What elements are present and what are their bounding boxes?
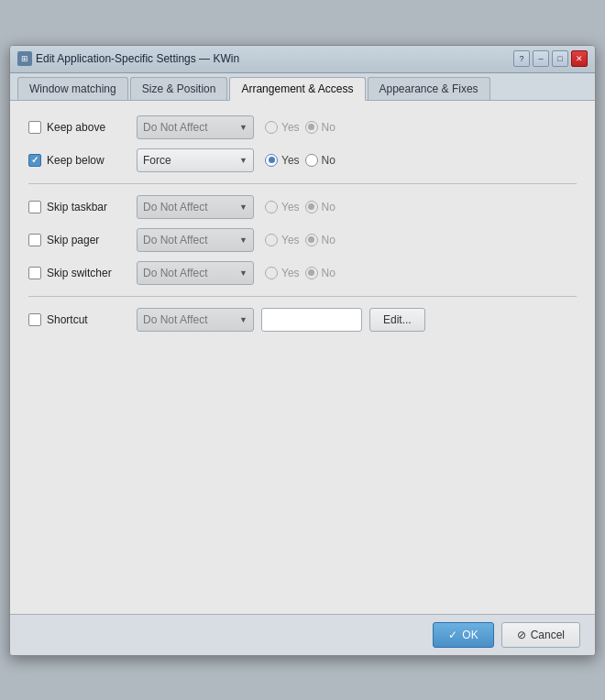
keep-above-label-group: Keep above [28, 121, 129, 134]
skip-switcher-row: Skip switcher Do Not Affect ▼ Yes No [28, 261, 577, 285]
skip-taskbar-dropdown[interactable]: Do Not Affect ▼ [137, 195, 254, 219]
skip-switcher-no-label: No [322, 267, 336, 279]
skip-pager-radio-group: Yes No [265, 234, 336, 246]
maximize-button[interactable]: □ [552, 50, 568, 67]
keep-above-dropdown[interactable]: Do Not Affect ▼ [137, 115, 254, 139]
keep-above-no-radio[interactable] [305, 121, 318, 134]
tab-window-matching[interactable]: Window matching [17, 77, 128, 100]
keep-above-yes-label: Yes [281, 121, 300, 134]
skip-pager-yes-radio[interactable] [265, 234, 278, 246]
skip-switcher-label: Skip switcher [47, 267, 112, 279]
keep-below-radio-group: Yes No [265, 154, 336, 167]
skip-switcher-label-group: Skip switcher [28, 267, 129, 279]
skip-switcher-dropdown-value: Do Not Affect [143, 267, 207, 279]
close-button[interactable]: ✕ [571, 50, 588, 67]
shortcut-label: Shortcut [47, 313, 88, 326]
cancel-label: Cancel [531, 629, 565, 641]
skip-pager-label: Skip pager [47, 234, 99, 246]
skip-switcher-dropdown[interactable]: Do Not Affect ▼ [137, 261, 254, 285]
skip-taskbar-yes-item[interactable]: Yes [265, 201, 300, 213]
skip-switcher-dropdown-arrow: ▼ [239, 268, 248, 278]
keep-below-no-label: No [322, 154, 336, 167]
keep-above-radio-group: Yes No [265, 121, 336, 134]
skip-taskbar-label: Skip taskbar [47, 201, 107, 213]
keep-above-dropdown-value: Do Not Affect [143, 121, 207, 134]
keep-above-no-label: No [322, 121, 336, 134]
tab-arrangement-access[interactable]: Arrangement & Access [229, 77, 365, 101]
skip-pager-dropdown-value: Do Not Affect [143, 234, 207, 246]
skip-pager-no-item[interactable]: No [305, 234, 336, 246]
keep-below-dropdown-arrow: ▼ [239, 156, 248, 165]
keep-below-label-group: Keep below [28, 154, 129, 167]
titlebar: ⊞ Edit Application-Specific Settings — K… [10, 46, 595, 73]
keep-above-yes-item[interactable]: Yes [265, 121, 300, 134]
skip-switcher-yes-radio[interactable] [265, 267, 278, 279]
skip-switcher-radio-group: Yes No [265, 267, 336, 279]
skip-switcher-yes-item[interactable]: Yes [265, 267, 300, 279]
skip-pager-yes-label: Yes [281, 234, 300, 246]
keep-below-label: Keep below [47, 154, 104, 167]
skip-pager-row: Skip pager Do Not Affect ▼ Yes No [28, 228, 577, 252]
shortcut-checkbox[interactable] [28, 313, 41, 326]
skip-taskbar-no-item[interactable]: No [305, 201, 336, 213]
keep-above-checkbox[interactable] [28, 121, 41, 134]
keep-above-yes-radio[interactable] [265, 121, 278, 134]
cancel-button[interactable]: ⊘ Cancel [501, 622, 580, 648]
skip-taskbar-label-group: Skip taskbar [28, 201, 129, 213]
keep-below-yes-label: Yes [281, 154, 300, 167]
skip-pager-no-label: No [322, 234, 336, 246]
skip-pager-checkbox[interactable] [28, 234, 41, 246]
footer: ✓ OK ⊘ Cancel [10, 614, 595, 655]
skip-pager-yes-item[interactable]: Yes [265, 234, 300, 246]
ok-button[interactable]: ✓ OK [433, 622, 493, 648]
shortcut-label-group: Shortcut [28, 313, 129, 326]
skip-taskbar-yes-label: Yes [281, 201, 300, 213]
skip-taskbar-checkbox[interactable] [28, 201, 41, 213]
titlebar-left: ⊞ Edit Application-Specific Settings — K… [17, 51, 239, 66]
keep-above-row: Keep above Do Not Affect ▼ Yes No [28, 115, 577, 139]
ok-label: OK [462, 629, 478, 641]
skip-taskbar-radio-group: Yes No [265, 201, 336, 213]
skip-pager-dropdown[interactable]: Do Not Affect ▼ [137, 228, 254, 252]
skip-taskbar-row: Skip taskbar Do Not Affect ▼ Yes No [28, 195, 577, 219]
keep-below-no-radio[interactable] [305, 154, 318, 167]
skip-pager-label-group: Skip pager [28, 234, 129, 246]
keep-below-row: Keep below Force ▼ Yes No [28, 148, 577, 172]
titlebar-controls: ? – □ ✕ [513, 50, 588, 67]
edit-button[interactable]: Edit... [369, 308, 425, 332]
minimize-button[interactable]: – [533, 50, 549, 67]
tab-size-position[interactable]: Size & Position [130, 77, 228, 100]
keep-below-dropdown[interactable]: Force ▼ [137, 148, 254, 172]
keep-below-checkbox[interactable] [28, 154, 41, 167]
keep-above-no-item[interactable]: No [305, 121, 336, 134]
shortcut-input[interactable] [261, 308, 362, 332]
ok-checkmark-icon: ✓ [448, 629, 457, 641]
tab-bar: Window matching Size & Position Arrangem… [10, 73, 595, 101]
shortcut-row: Shortcut Do Not Affect ▼ Edit... [28, 308, 577, 332]
shortcut-dropdown-arrow: ▼ [239, 315, 248, 324]
skip-taskbar-yes-radio[interactable] [265, 201, 278, 213]
skip-pager-dropdown-arrow: ▼ [239, 235, 248, 245]
keep-above-label: Keep above [47, 121, 105, 134]
tab-content: Keep above Do Not Affect ▼ Yes No [10, 101, 595, 614]
keep-below-dropdown-value: Force [143, 154, 171, 167]
skip-taskbar-dropdown-value: Do Not Affect [143, 201, 207, 213]
keep-below-yes-radio[interactable] [265, 154, 278, 167]
tab-appearance-fixes[interactable]: Appearance & Fixes [368, 77, 490, 100]
skip-switcher-no-radio[interactable] [305, 267, 318, 279]
keep-below-yes-item[interactable]: Yes [265, 154, 300, 167]
skip-switcher-yes-label: Yes [281, 267, 300, 279]
main-window: ⊞ Edit Application-Specific Settings — K… [9, 45, 596, 656]
skip-switcher-checkbox[interactable] [28, 267, 41, 279]
window-title: Edit Application-Specific Settings — KWi… [36, 52, 239, 65]
shortcut-dropdown[interactable]: Do Not Affect ▼ [137, 308, 254, 332]
keep-above-dropdown-arrow: ▼ [239, 123, 248, 132]
divider-1 [28, 183, 577, 184]
shortcut-dropdown-value: Do Not Affect [143, 313, 207, 326]
skip-taskbar-no-radio[interactable] [305, 201, 318, 213]
keep-below-no-item[interactable]: No [305, 154, 336, 167]
skip-switcher-no-item[interactable]: No [305, 267, 336, 279]
skip-taskbar-no-label: No [322, 201, 336, 213]
skip-pager-no-radio[interactable] [305, 234, 318, 246]
help-button[interactable]: ? [513, 50, 530, 67]
